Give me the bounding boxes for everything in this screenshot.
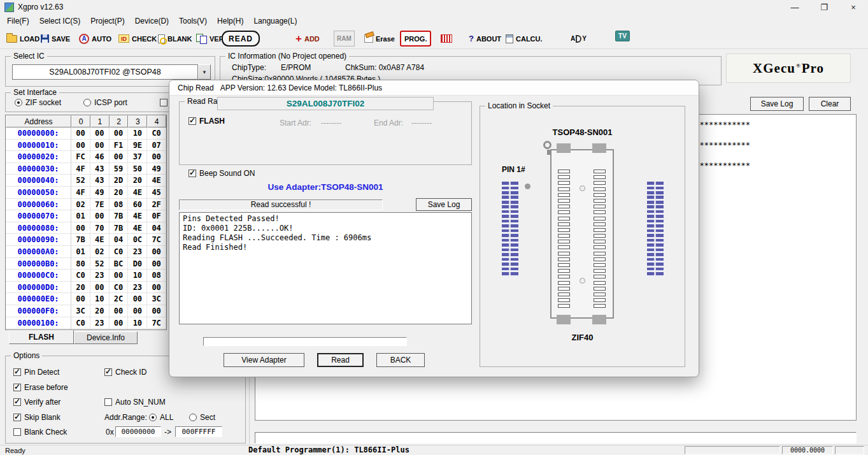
hex-byte[interactable]: F1 <box>110 140 129 152</box>
hex-byte[interactable]: 01 <box>71 246 90 258</box>
hex-byte[interactable]: 46 <box>90 151 110 163</box>
hex-byte[interactable]: 00 <box>147 258 166 270</box>
icsp-vcc-checkbox[interactable] <box>160 98 167 107</box>
hex-address[interactable]: 000000D0: <box>6 282 71 294</box>
hex-byte[interactable]: 00 <box>90 127 110 140</box>
hex-byte[interactable]: 43 <box>90 175 110 187</box>
end-address-input[interactable]: 000FFFFF <box>175 426 222 437</box>
hex-byte[interactable]: F0 <box>90 329 110 330</box>
hex-byte[interactable]: 00 <box>71 140 90 152</box>
hex-byte[interactable]: 23 <box>90 317 110 329</box>
program-button[interactable]: PROG. <box>400 31 431 47</box>
hex-byte[interactable]: 49 <box>147 163 166 175</box>
hex-byte[interactable]: 00 <box>128 305 147 317</box>
hex-byte[interactable]: 20 <box>110 187 129 199</box>
zif-socket-radio[interactable]: ZIF socket <box>15 98 61 107</box>
menu-item[interactable]: Language(L) <box>248 15 302 27</box>
menu-item[interactable]: File(F) <box>2 15 34 27</box>
hex-byte[interactable]: 2F <box>147 199 166 211</box>
ic-test-button[interactable] <box>441 31 452 47</box>
hex-byte[interactable]: 02 <box>71 199 90 211</box>
check-id-button[interactable]: ID CHECK <box>118 31 157 47</box>
save-log-button[interactable]: Save Log <box>750 97 804 111</box>
hex-address[interactable]: 000000B0: <box>6 258 71 270</box>
hex-byte[interactable]: 00 <box>71 293 90 305</box>
hex-address[interactable]: 000000A0: <box>6 246 71 258</box>
flash-range-checkbox[interactable]: FLASH <box>189 117 225 126</box>
erase-before-checkbox[interactable]: Erase before <box>13 383 68 392</box>
hex-byte[interactable]: 08 <box>110 199 129 211</box>
hex-byte[interactable]: 55 <box>71 329 90 330</box>
hex-byte[interactable]: 00 <box>71 127 90 140</box>
hex-byte[interactable]: 7C <box>147 234 166 246</box>
auto-button[interactable]: A AUTO <box>79 31 111 47</box>
check-id-checkbox[interactable]: Check ID <box>104 368 146 377</box>
hex-byte[interactable]: 00 <box>90 282 110 294</box>
hex-byte[interactable]: 23 <box>128 282 147 294</box>
hex-byte[interactable]: 00 <box>147 151 166 163</box>
hex-address[interactable]: 00000020: <box>6 151 71 163</box>
hex-byte[interactable]: 00 <box>90 210 110 222</box>
hex-byte[interactable]: 2D <box>110 175 129 187</box>
hex-byte[interactable]: 4E <box>147 175 166 187</box>
dialog-read-button[interactable]: Read <box>317 353 364 367</box>
dialog-titlebar[interactable]: Chip Read APP Version: 12.63 Device Mode… <box>169 80 699 96</box>
hex-byte[interactable]: 00 <box>90 140 110 152</box>
hex-byte[interactable]: 37 <box>128 151 147 163</box>
verify-after-checkbox[interactable]: Verify after <box>13 398 60 407</box>
hex-address[interactable]: 00000080: <box>6 222 71 235</box>
hex-byte[interactable]: C0 <box>71 270 90 282</box>
hex-byte[interactable]: 7E <box>90 199 110 211</box>
hex-byte[interactable]: 00 <box>110 127 129 140</box>
hex-address[interactable]: 00000040: <box>6 175 71 187</box>
hex-byte[interactable]: 00 <box>110 305 129 317</box>
menu-item[interactable]: Help(H) <box>212 15 248 27</box>
hex-byte[interactable]: 20 <box>90 305 110 317</box>
hex-byte[interactable]: 23 <box>90 270 110 282</box>
hex-byte[interactable]: 60 <box>128 199 147 211</box>
logic-test-button[interactable]: A Y <box>571 31 587 47</box>
back-button[interactable]: BACK <box>376 353 425 367</box>
read-log[interactable]: Pins Detected Passed! ID: 0x0001 225B...… <box>179 212 472 324</box>
minimize-button[interactable]: — <box>780 0 809 14</box>
hex-byte[interactable]: 07 <box>147 140 166 152</box>
hex-byte[interactable]: BC <box>110 258 129 270</box>
hex-byte[interactable]: 10 <box>128 270 147 282</box>
hex-byte[interactable]: 10 <box>128 127 147 140</box>
view-adapter-button[interactable]: View Adapter <box>224 353 304 367</box>
hex-byte[interactable]: 00 <box>110 151 129 163</box>
ic-combobox[interactable]: S29AL008J70TFI02 @TSOP48 <box>12 64 198 80</box>
menu-item[interactable]: Select IC(S) <box>34 15 86 27</box>
menu-item[interactable]: Project(P) <box>85 15 129 27</box>
hex-address[interactable]: 00000050: <box>6 187 71 199</box>
menu-item[interactable]: Tools(V) <box>174 15 212 27</box>
hex-byte[interactable]: 04 <box>147 222 166 235</box>
auto-sn-checkbox[interactable]: Auto SN_NUM <box>104 398 166 407</box>
hex-byte[interactable]: 20 <box>71 282 90 294</box>
hex-byte[interactable]: 00 <box>110 317 129 329</box>
icsp-port-radio[interactable]: ICSP port <box>83 98 127 107</box>
hex-address[interactable]: 000000F0: <box>6 305 71 317</box>
hex-byte[interactable]: 08 <box>147 270 166 282</box>
hex-address[interactable]: 00000070: <box>6 210 71 222</box>
hex-byte[interactable]: 7B <box>110 222 129 235</box>
hex-byte[interactable]: 00 <box>71 222 90 235</box>
hex-byte[interactable]: D0 <box>128 258 147 270</box>
hex-byte[interactable]: 7B <box>71 234 90 246</box>
hex-byte[interactable]: C0 <box>147 127 166 140</box>
hex-byte[interactable]: 7B <box>110 210 129 222</box>
hex-byte[interactable]: 50 <box>128 163 147 175</box>
hex-byte[interactable]: 23 <box>128 246 147 258</box>
hex-byte[interactable]: 04 <box>110 234 129 246</box>
about-button[interactable]: ? ABOUT <box>469 31 501 47</box>
hex-byte[interactable]: 00 <box>147 246 166 258</box>
hex-byte[interactable]: 20 <box>110 329 129 330</box>
addr-range-all-radio[interactable]: ALL <box>149 413 173 422</box>
hex-byte[interactable]: 4E <box>90 234 110 246</box>
hex-byte[interactable]: FC <box>71 151 90 163</box>
hex-byte[interactable]: 3C <box>147 293 166 305</box>
hex-byte[interactable]: 45 <box>147 187 166 199</box>
load-button[interactable]: LOAD <box>6 31 39 47</box>
tab-flash[interactable]: FLASH <box>9 330 74 344</box>
hex-byte[interactable]: C0 <box>110 246 129 258</box>
